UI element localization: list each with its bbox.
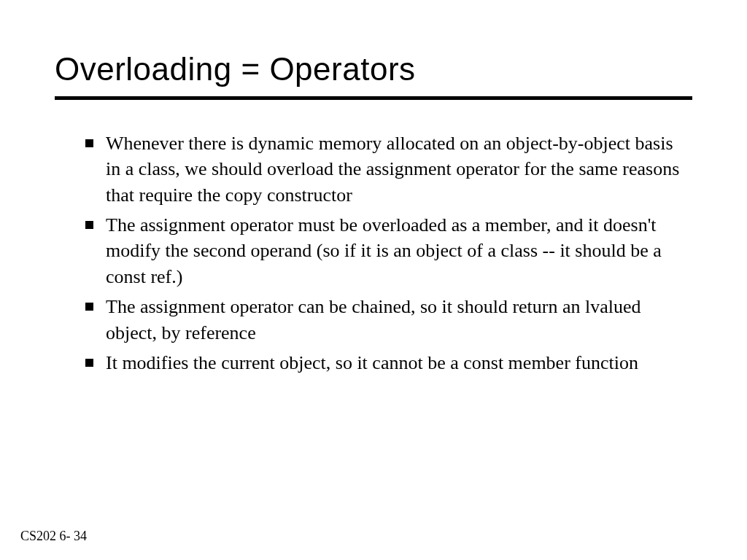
- list-item: Whenever there is dynamic memory allocat…: [85, 131, 692, 208]
- slide-container: Overloading = Operators Whenever there i…: [0, 0, 747, 376]
- slide-title: Overloading = Operators: [55, 51, 692, 100]
- bullet-list: Whenever there is dynamic memory allocat…: [55, 131, 692, 376]
- list-item: It modifies the current object, so it ca…: [85, 350, 692, 376]
- list-item: The assignment operator must be overload…: [85, 212, 692, 289]
- slide-footer: CS202 6- 34: [20, 529, 87, 544]
- list-item: The assignment operator can be chained, …: [85, 294, 692, 346]
